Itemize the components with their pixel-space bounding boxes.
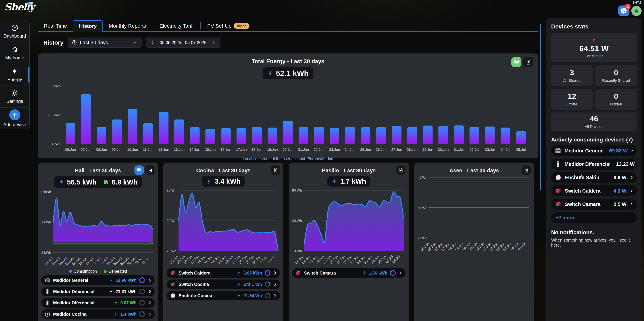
- y-tick-label: -1 kWh: [42, 251, 51, 254]
- bar[interactable]: [423, 126, 432, 144]
- solar-toggle-button[interactable]: [512, 57, 521, 67]
- bar[interactable]: [112, 120, 122, 144]
- device-row[interactable]: Switch Cocina271.1 Wh: [167, 279, 280, 289]
- legend-label: Generated: [108, 269, 127, 274]
- device-row[interactable]: Medidor General53.96 kWh: [41, 275, 155, 285]
- bar[interactable]: [345, 127, 355, 144]
- tab-pv-set-up[interactable]: PV Set-UpAlpha: [201, 20, 255, 32]
- active-device-row[interactable]: Switch Camara2.5 W: [551, 199, 637, 210]
- active-device-row[interactable]: Medidor Diferencial13.22 W: [551, 159, 637, 170]
- export-document-icon: [147, 167, 153, 173]
- bar[interactable]: [392, 126, 402, 144]
- solar-panel-icon: [136, 167, 142, 173]
- bar[interactable]: [361, 127, 370, 144]
- bar[interactable]: [314, 127, 324, 144]
- bolt-icon: [11, 67, 19, 75]
- active-device-row[interactable]: Enchufe Salón8.9 W: [551, 172, 637, 183]
- sidebar-item-dashboard[interactable]: Dashboard: [0, 21, 30, 42]
- solar-toggle-button[interactable]: [134, 165, 144, 175]
- device-energy: 91.54 Wh: [244, 293, 262, 298]
- chevron-right-icon: [630, 149, 634, 153]
- range-select[interactable]: Last 30 days: [68, 38, 142, 48]
- tab-electricity-tariff[interactable]: Electricity Tariff: [154, 20, 200, 32]
- tab-history[interactable]: History: [73, 20, 103, 32]
- bar[interactable]: [159, 112, 168, 144]
- active-device-row[interactable]: Switch Caldera4.2 W: [551, 185, 637, 196]
- sidebar: DashboardMy homeEnergySettingsAdd device: [0, 20, 30, 129]
- active-device-row[interactable]: Medidor General69.83 W: [551, 145, 637, 156]
- promotions-button[interactable]: 1: [618, 6, 629, 16]
- sidebar-item-my-home[interactable]: My home: [0, 42, 30, 64]
- card-buttons: [522, 165, 531, 175]
- more-devices-link[interactable]: +2 more: [551, 212, 637, 223]
- x-tick-label: 22.Jun: [314, 147, 324, 151]
- bar[interactable]: [66, 123, 75, 144]
- bar[interactable]: [408, 127, 417, 144]
- x-tick-label: 02.Jul: [470, 147, 479, 151]
- bar[interactable]: [252, 127, 262, 144]
- bar[interactable]: [206, 129, 215, 144]
- x-tick-label: 29.Jun: [422, 147, 433, 151]
- device-row[interactable]: Switch Caldera3.05 kWh: [167, 268, 280, 278]
- export-button[interactable]: [522, 165, 531, 175]
- aseo-chart-area: 1 Wh0 Wh-1 Wh06.Jun08.Jun10.Jun12.Jun14.…: [418, 174, 531, 255]
- stat-tile-recently-shared[interactable]: 0Recently Shared: [595, 65, 637, 86]
- sidebar-item-energy[interactable]: Energy: [0, 64, 30, 86]
- bar[interactable]: [376, 127, 386, 144]
- bar[interactable]: [268, 128, 277, 144]
- stat-value: 46: [590, 115, 598, 123]
- range-select-value: Last 30 days: [80, 40, 108, 46]
- scrollbar[interactable]: [540, 24, 541, 190]
- legend-dot: [69, 270, 72, 273]
- tab-real-time[interactable]: Real Time: [38, 20, 73, 32]
- bar[interactable]: [454, 126, 464, 144]
- bar[interactable]: [330, 128, 340, 144]
- stat-tile-all-devices[interactable]: 46All Devices: [551, 113, 637, 131]
- export-button[interactable]: [146, 165, 155, 175]
- bar[interactable]: [298, 127, 308, 144]
- stat-label: Recently Shared: [602, 78, 630, 83]
- bar[interactable]: [128, 109, 138, 144]
- export-button[interactable]: [524, 57, 533, 67]
- x-tick-label: 01.Jul: [454, 147, 464, 151]
- device-row[interactable]: Enchufe Cocina91.54 Wh: [167, 291, 280, 300]
- bar[interactable]: [470, 127, 479, 144]
- device-row[interactable]: Medidor Cocina1.4 kWh: [41, 309, 155, 319]
- relay-device-icon: [170, 281, 176, 288]
- bar[interactable]: [221, 128, 230, 144]
- chevron-left-icon[interactable]: [150, 41, 154, 45]
- bar[interactable]: [81, 94, 91, 144]
- y-tick-label: 2.5 kWh: [48, 113, 61, 117]
- device-row[interactable]: Switch Camara1.66 kWh: [292, 268, 406, 278]
- bar[interactable]: [516, 131, 526, 144]
- avatar[interactable]: A: [631, 6, 642, 16]
- bar[interactable]: [438, 126, 448, 144]
- total-chart-area: 5 kWh2.5 kWh0 Wh06.Jun07.Jun08.Jun09.Jun…: [45, 81, 531, 156]
- export-button[interactable]: [396, 165, 406, 175]
- device-row[interactable]: Medidor Diferencial21.81 kWh: [41, 287, 155, 296]
- bar[interactable]: [485, 127, 494, 144]
- device-list: Medidor General53.96 kWhMedidor Diferenc…: [41, 275, 155, 321]
- chevron-right-icon[interactable]: [212, 41, 216, 45]
- device-row[interactable]: Medidor Diferencial0.07 Wh: [41, 298, 155, 308]
- tab-monthly-reports[interactable]: Monthly Reports: [103, 20, 152, 32]
- bar[interactable]: [283, 121, 293, 144]
- x-tick-label: 10.Jun: [127, 147, 138, 151]
- stat-tile-hidden[interactable]: 0Hidden: [595, 89, 637, 110]
- room-cards-row: Hall - Last 30 days56.5 kWh6.9 kWh5 kWh2…: [38, 163, 538, 321]
- sidebar-item-add-device[interactable]: Add device: [0, 108, 30, 129]
- bar[interactable]: [97, 127, 106, 144]
- export-document-icon: [526, 59, 531, 65]
- bar[interactable]: [174, 120, 184, 144]
- tab-separator: [200, 22, 200, 30]
- stat-tile-offline[interactable]: 12Offline: [551, 89, 592, 110]
- chevron-right-icon: [629, 175, 634, 180]
- bar[interactable]: [144, 123, 153, 144]
- bar[interactable]: [236, 128, 246, 144]
- export-button[interactable]: [271, 165, 280, 175]
- bar[interactable]: [190, 127, 200, 144]
- device-name: Enchufe Cocina: [178, 293, 212, 298]
- stat-tile-all-shared[interactable]: 3All Shared: [551, 65, 592, 86]
- bar[interactable]: [500, 128, 510, 144]
- sidebar-item-settings[interactable]: Settings: [0, 86, 30, 108]
